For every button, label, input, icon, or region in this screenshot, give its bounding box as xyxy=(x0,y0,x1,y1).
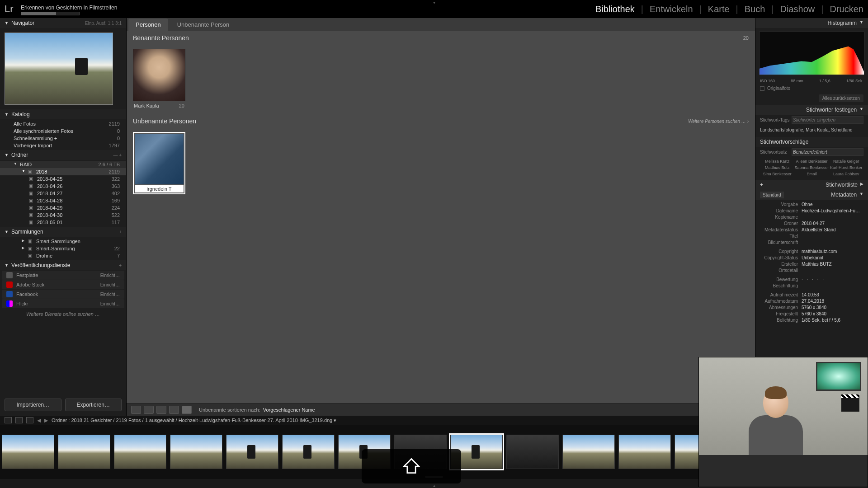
keyword-suggestion[interactable]: Sabrina Benkesser xyxy=(794,164,829,171)
filmstrip-thumb[interactable] xyxy=(114,435,166,469)
original-photo-row[interactable]: Originalfoto xyxy=(755,85,868,94)
folder-volume[interactable]: ▼RAID2.6 / 6 TB xyxy=(0,161,126,168)
nav-forward-button[interactable]: ▶ xyxy=(44,418,48,423)
filmstrip-thumb[interactable] xyxy=(58,435,110,469)
publish-flickr[interactable]: FlickrEinricht… xyxy=(2,299,124,308)
named-people-header[interactable]: Benannte Personen 20 xyxy=(127,31,755,45)
module-book[interactable]: Buch xyxy=(745,4,765,14)
nav-back-button[interactable]: ◀ xyxy=(37,418,41,423)
collections-add[interactable]: + xyxy=(119,230,122,235)
catalog-header[interactable]: ▼ Katalog xyxy=(0,109,126,119)
filmstrip-thumb[interactable] xyxy=(226,435,278,469)
histogram[interactable] xyxy=(759,32,864,75)
publish-header[interactable]: ▼ Veröffentlichungsdienste + xyxy=(0,260,126,270)
filmstrip-path[interactable]: Ordner : 2018 21 Gesichter / 2119 Fotos … xyxy=(52,418,336,423)
keyword-set-select[interactable] xyxy=(792,148,863,156)
keyword-suggestion[interactable]: Karl-Horst Benker xyxy=(829,164,863,171)
tab-people[interactable]: Personen xyxy=(128,19,168,31)
publish-list: FestplatteEinricht… Adobe StockEinricht…… xyxy=(0,270,126,309)
metadata-mode-select[interactable]: Standard xyxy=(760,192,784,198)
folders-actions[interactable]: — + xyxy=(113,153,122,158)
collection-item[interactable]: ▣Drohne7 xyxy=(0,252,126,259)
second-monitor-2-button[interactable] xyxy=(15,417,23,423)
keyword-suggestion[interactable]: Melissa Kartz xyxy=(760,158,794,164)
keyword-suggestion[interactable]: Laura Pobisov xyxy=(829,171,863,177)
person-card[interactable]: Mark Kupla 20 xyxy=(133,49,185,110)
navigator-header[interactable]: ▼ Navigator Einp. Ausf. 1:1 3:1 xyxy=(0,18,126,28)
folder-date[interactable]: ▣2018-04-28169 xyxy=(0,197,126,204)
metadata-header[interactable]: Standard Metadaten▼ xyxy=(755,190,868,200)
publish-harddrive[interactable]: FestplatteEinricht… xyxy=(2,271,124,280)
keyword-suggestion[interactable]: Matthias Butz xyxy=(760,164,794,171)
collection-item[interactable]: ▶▣Smart-Sammlung22 xyxy=(0,245,126,252)
keyword-suggestion[interactable]: Aileen Benkesser xyxy=(794,158,829,164)
keyword-suggestion[interactable]: Sina Benkesser xyxy=(760,171,794,177)
navigator-preview[interactable] xyxy=(0,28,126,109)
folder-date[interactable]: ▣2018-04-30522 xyxy=(0,211,126,219)
keywords-header[interactable]: Stichwörter festlegen▼ xyxy=(755,105,868,115)
catalog-title: Katalog xyxy=(11,111,30,117)
grid-view-button[interactable] xyxy=(26,417,33,423)
module-slideshow[interactable]: Diashow xyxy=(780,4,815,14)
view-grid-button[interactable] xyxy=(131,406,141,414)
module-develop[interactable]: Entwickeln xyxy=(650,4,693,14)
unnamed-person-name-input[interactable] xyxy=(136,186,183,192)
filmstrip-thumb[interactable] xyxy=(282,435,335,469)
background-task-label: Erkennen von Gesichtern in Filmstreifen xyxy=(21,5,117,11)
keywords-text[interactable]: Landschaftsfotografie, Mark Kupla, Schot… xyxy=(755,125,868,137)
unnamed-people-grid xyxy=(127,128,755,198)
view-people-button[interactable] xyxy=(182,406,192,414)
import-button[interactable]: Importieren… xyxy=(5,399,61,411)
unnamed-person-card[interactable] xyxy=(133,132,185,194)
filmstrip-thumb[interactable] xyxy=(170,435,222,469)
unnamed-people-header[interactable]: Unbenannte Personen Weitere Personen suc… xyxy=(127,114,755,128)
folder-date[interactable]: ▣2018-05-01117 xyxy=(0,219,126,226)
keyword-suggestions-header[interactable]: Stichwortvorschläge xyxy=(755,137,868,147)
navigator-zoom-modes[interactable]: Einp. Ausf. 1:1 3:1 xyxy=(85,21,122,26)
keyword-tags-input[interactable] xyxy=(792,116,863,124)
metadata-row: Bewertung· · · · · xyxy=(755,276,868,282)
unnamed-search-link[interactable]: Weitere Personen suchen … › xyxy=(688,119,749,124)
top-panel-handle[interactable]: ▾ xyxy=(433,0,435,5)
metadata-row: Ordner2018-04-27 xyxy=(755,220,868,226)
folder-date[interactable]: ▣2018-04-29224 xyxy=(0,204,126,211)
folder-date[interactable]: ▣2018-04-27402 xyxy=(0,190,126,197)
module-library[interactable]: Bibliothek xyxy=(595,4,635,14)
keyword-list-header[interactable]: +Stichwortliste▶ xyxy=(755,180,868,190)
sort-value[interactable]: Vorgeschlagener Name xyxy=(263,407,315,413)
publish-adobestock[interactable]: Adobe StockEinricht… xyxy=(2,280,124,289)
folder-year[interactable]: ▼▣20182119 xyxy=(0,168,126,175)
view-compare-button[interactable] xyxy=(156,406,166,414)
filmstrip-thumb[interactable] xyxy=(2,435,54,469)
catalog-previous-import[interactable]: Vorheriger Import1797 xyxy=(0,142,126,149)
folder-date[interactable]: ▣2018-04-25322 xyxy=(0,175,126,183)
filmstrip-thumb[interactable] xyxy=(506,435,559,469)
export-button[interactable]: Exportieren… xyxy=(65,399,122,411)
catalog-list: Alle Fotos2119 Alle synchronisierten Fot… xyxy=(0,119,126,150)
publish-facebook[interactable]: FacebookEinricht… xyxy=(2,290,124,299)
bottom-panel-handle[interactable]: ▴ xyxy=(433,483,435,488)
folders-header[interactable]: ▼ Ordner — + xyxy=(0,150,126,160)
checkbox-icon[interactable] xyxy=(760,86,764,91)
filmstrip-thumb[interactable] xyxy=(562,435,615,469)
tab-unnamed-person[interactable]: Unbenannte Person xyxy=(170,19,237,31)
reset-all-button[interactable]: Alles zurücksetzen xyxy=(819,94,863,102)
named-people-title: Benannte Personen xyxy=(133,34,189,42)
catalog-quick-collection[interactable]: Schnellsammlung +0 xyxy=(0,135,126,142)
collection-item[interactable]: ▶▣Smart-Sammlungen xyxy=(0,238,126,245)
view-survey-button[interactable] xyxy=(169,406,179,414)
module-map[interactable]: Karte xyxy=(708,4,730,14)
keyword-suggestion[interactable]: Email xyxy=(794,171,829,177)
collections-header[interactable]: ▼ Sammlungen + xyxy=(0,227,126,237)
publish-add[interactable]: + xyxy=(119,263,122,268)
catalog-synced-photos[interactable]: Alle synchronisierten Fotos0 xyxy=(0,127,126,135)
second-monitor-1-button[interactable] xyxy=(5,417,12,423)
publish-more-link[interactable]: Weitere Dienste online suchen … xyxy=(0,309,126,319)
catalog-all-photos[interactable]: Alle Fotos2119 xyxy=(0,120,126,127)
keyword-suggestion[interactable]: Natalie Geiger xyxy=(829,158,863,164)
filmstrip-thumb[interactable] xyxy=(618,435,671,469)
histogram-header[interactable]: Histogramm▼ xyxy=(755,18,868,28)
folder-date[interactable]: ▣2018-04-26363 xyxy=(0,183,126,190)
view-loupe-button[interactable] xyxy=(144,406,154,414)
module-print[interactable]: Drucken xyxy=(830,4,863,14)
